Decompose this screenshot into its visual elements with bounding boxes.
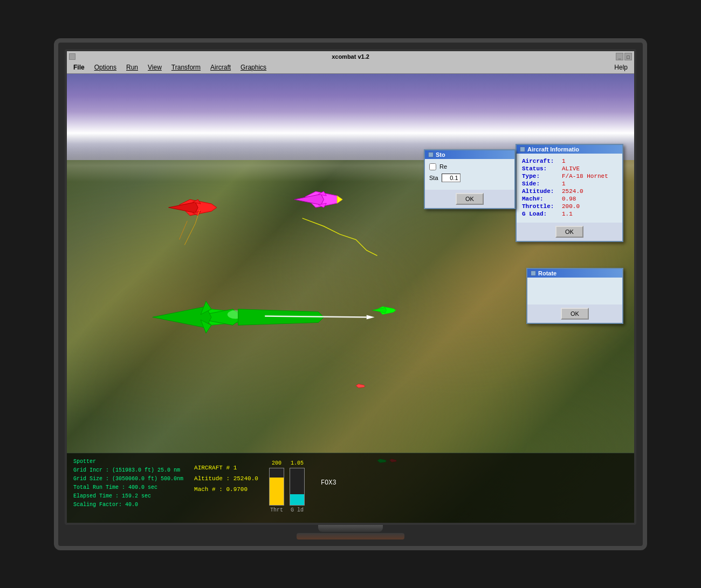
info-value-mach: 0.98 xyxy=(562,196,576,202)
info-row-type: Type: F/A-18 Hornet xyxy=(522,173,617,179)
info-value-throttle: 200.0 xyxy=(562,203,580,210)
aircraft-info-button-row: OK xyxy=(517,223,622,241)
menu-help[interactable]: Help xyxy=(610,63,632,72)
info-value-altitude: 2524.0 xyxy=(562,188,583,195)
monitor-outer: xcombat v1.2 _ □ File Options Run View T… xyxy=(54,38,647,550)
menu-options[interactable]: Options xyxy=(90,63,121,72)
stop-dialog[interactable]: Sto Re Sta OK xyxy=(424,149,516,209)
gauge-thrt-container: 200 Thrt xyxy=(269,460,284,513)
rotate-dialog[interactable]: Rotate OK xyxy=(526,268,623,324)
aircraft-info-content: Aircraft: 1 Status: ALIVE Type: F/A-18 H… xyxy=(517,154,622,223)
bottom-hud: Spotter Grid Incr : (151983.0 ft) 25.0 n… xyxy=(67,453,634,523)
hud-altitude-label: Altitude : xyxy=(194,475,230,482)
stop-checkbox[interactable] xyxy=(429,163,436,170)
info-label-gload: G Load: xyxy=(522,211,560,217)
maximize-button[interactable]: □ xyxy=(624,53,632,60)
info-label-aircraft: Aircraft: xyxy=(522,158,560,164)
hud-gauges: 200 Thrt 1.05 G ld xyxy=(269,460,305,513)
hud-fox-label: FOX3 xyxy=(321,479,336,487)
info-row-gload: G Load: 1.1 xyxy=(522,211,617,217)
menu-aircraft[interactable]: Aircraft xyxy=(206,63,235,72)
stop-dialog-icon xyxy=(428,152,434,157)
rotate-title: Rotate xyxy=(538,270,556,276)
hud-grid-incr: Grid Incr : (151983.0 ft) 25.0 nm xyxy=(73,466,183,475)
hud-scaling: Scaling Factor: 40.0 xyxy=(73,501,183,509)
info-row-aircraft: Aircraft: 1 xyxy=(522,158,617,164)
rotate-ok-button[interactable]: OK xyxy=(561,308,589,320)
info-label-side: Side: xyxy=(522,181,560,187)
window-title: xcombat v1.2 xyxy=(332,53,369,60)
gauge-gld-bar xyxy=(290,468,305,506)
stop-checkbox-label: Re xyxy=(439,163,447,170)
title-bar: xcombat v1.2 _ □ xyxy=(67,51,634,62)
aircraft-info-title-bar: Aircraft Informatio xyxy=(517,145,622,154)
hud-mach-label: Mach # : xyxy=(194,486,223,493)
menu-bar: File Options Run View Transform Aircraft… xyxy=(67,62,634,74)
gauge-thrt-label: Thrt xyxy=(270,507,283,513)
stop-value-input[interactable] xyxy=(442,174,461,182)
monitor-stand xyxy=(318,524,383,532)
game-area: Spotter Grid Incr : (151983.0 ft) 25.0 n… xyxy=(67,74,634,523)
gauge-thrt-fill xyxy=(270,478,284,505)
menu-file[interactable]: File xyxy=(69,63,89,72)
aircraft-info-dialog[interactable]: Aircraft Informatio Aircraft: 1 Status: … xyxy=(516,144,623,242)
screen: xcombat v1.2 _ □ File Options Run View T… xyxy=(65,49,636,525)
info-row-mach: Mach#: 0.98 xyxy=(522,196,617,202)
hud-spotter: Spotter xyxy=(73,458,183,466)
menu-view[interactable]: View xyxy=(143,63,166,72)
info-label-status: Status: xyxy=(522,165,560,172)
gauge-gld-container: 1.05 G ld xyxy=(290,460,305,513)
stop-button-row: OK xyxy=(425,190,514,208)
hud-left-info: Spotter Grid Incr : (151983.0 ft) 25.0 n… xyxy=(73,458,183,509)
stop-title: Sto xyxy=(436,151,445,158)
aircraft-info-title: Aircraft Informatio xyxy=(527,146,579,153)
stop-status-label: Sta xyxy=(429,175,438,181)
hud-elapsed: Elapsed Time : 159.2 sec xyxy=(73,492,183,501)
info-value-aircraft: 1 xyxy=(562,158,566,164)
gauge-thrt-value: 200 xyxy=(272,460,281,466)
info-label-mach: Mach#: xyxy=(522,196,560,202)
gauge-gld-fill xyxy=(290,494,304,505)
info-row-side: Side: 1 xyxy=(522,181,617,187)
aircraft-info-dialog-icon xyxy=(520,147,525,152)
menu-graphics[interactable]: Graphics xyxy=(236,63,271,72)
info-row-throttle: Throttle: 200.0 xyxy=(522,203,617,210)
menu-run[interactable]: Run xyxy=(122,63,142,72)
hud-altitude-row: Altitude : 25240.0 xyxy=(194,474,258,485)
stop-input-row: Sta xyxy=(429,174,510,182)
gauge-gld-value: 1.05 xyxy=(291,460,304,466)
monitor-base xyxy=(297,533,404,539)
rotate-title-bar: Rotate xyxy=(527,269,622,278)
info-row-status: Status: ALIVE xyxy=(522,165,617,172)
info-value-side: 1 xyxy=(562,181,566,187)
gauge-gld-label: G ld xyxy=(291,507,304,513)
hud-center-info: AIRCRAFT # 1 Altitude : 25240.0 Mach # :… xyxy=(194,463,258,495)
hud-grid-size: Grid Size : (3050060.0 ft) 500.0nm xyxy=(73,475,183,483)
rotate-dialog-icon xyxy=(531,271,536,276)
menu-transform[interactable]: Transform xyxy=(167,63,205,72)
hud-mach-value: 0.9700 xyxy=(226,486,248,493)
stop-ok-button[interactable]: OK xyxy=(456,193,484,205)
info-value-status: ALIVE xyxy=(562,165,580,172)
info-row-altitude: Altitude: 2524.0 xyxy=(522,188,617,195)
info-value-gload: 1.1 xyxy=(562,211,573,217)
info-label-type: Type: xyxy=(522,173,560,179)
stop-checkbox-row: Re xyxy=(429,163,510,170)
hud-altitude-value: 25240.0 xyxy=(233,475,258,482)
stop-content: Re Sta xyxy=(425,159,514,190)
hud-aircraft-label: AIRCRAFT # 1 xyxy=(194,463,258,474)
rotate-content xyxy=(527,278,622,305)
info-label-throttle: Throttle: xyxy=(522,203,560,210)
hud-mach-row: Mach # : 0.9700 xyxy=(194,485,258,495)
win-menu-icon[interactable] xyxy=(69,53,75,60)
stop-title-bar: Sto xyxy=(425,150,514,159)
info-value-type: F/A-18 Hornet xyxy=(562,173,608,179)
hud-total-run: Total Run Time : 400.0 sec xyxy=(73,483,183,492)
aircraft-info-ok-button[interactable]: OK xyxy=(555,226,583,238)
gauge-thrt-bar xyxy=(269,468,284,506)
rotate-button-row: OK xyxy=(527,305,622,323)
info-label-altitude: Altitude: xyxy=(522,188,560,195)
minimize-button[interactable]: _ xyxy=(616,53,623,60)
